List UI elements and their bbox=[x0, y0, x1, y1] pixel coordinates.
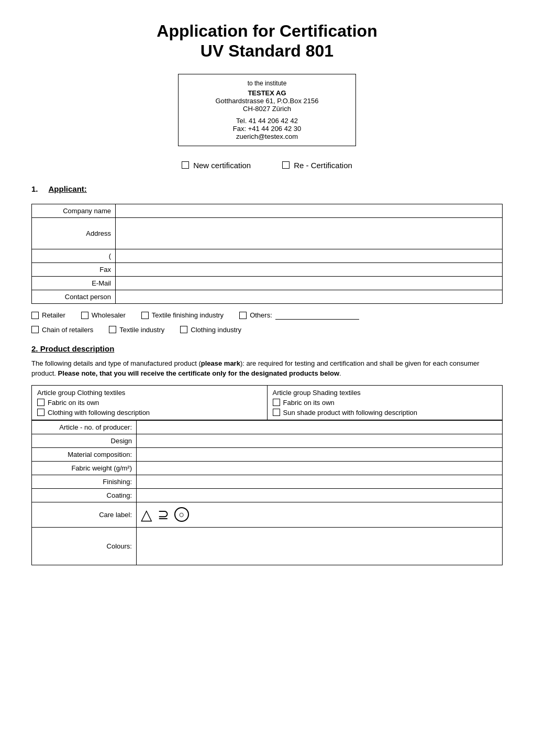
re-certification-label: Re - Certification bbox=[294, 161, 352, 170]
fax-value[interactable] bbox=[116, 262, 503, 276]
address-label: Address bbox=[32, 217, 116, 249]
material-label: Material composition: bbox=[32, 447, 137, 461]
applicant-table: Company name Address ( Fax E-Mail Contac… bbox=[31, 204, 503, 304]
institute-tel: Tel. 41 44 206 42 42 bbox=[189, 117, 345, 125]
colours-value[interactable] bbox=[137, 527, 503, 565]
textile-finishing-option[interactable]: Textile finishing industry bbox=[141, 311, 224, 319]
paren-label: ( bbox=[32, 249, 116, 262]
others-checkbox[interactable] bbox=[239, 312, 247, 319]
section1-title: Applicant: bbox=[49, 184, 87, 193]
textile-industry-option[interactable]: Textile industry bbox=[109, 326, 164, 334]
finishing-label: Finishing: bbox=[32, 475, 137, 488]
contact-person-row: Contact person bbox=[32, 290, 503, 303]
coating-row: Coating: bbox=[32, 488, 503, 502]
paren-value[interactable] bbox=[116, 249, 503, 262]
shading-desc-checkbox[interactable] bbox=[273, 409, 280, 416]
email-row: E-Mail bbox=[32, 276, 503, 290]
shading-fabric-option[interactable]: Fabric on its own bbox=[273, 399, 497, 407]
colours-label: Colours: bbox=[32, 527, 137, 565]
fabric-weight-value[interactable] bbox=[137, 461, 503, 475]
clothing-industry-option[interactable]: Clothing industry bbox=[180, 326, 241, 334]
company-name-label: Company name bbox=[32, 204, 116, 217]
applicant-options: Retailer Wholesaler Textile finishing in… bbox=[31, 311, 503, 334]
clothing-group-header: Article group Clothing textiles bbox=[37, 389, 262, 397]
options-row1: Retailer Wholesaler Textile finishing in… bbox=[31, 311, 503, 320]
material-row: Material composition: bbox=[32, 447, 503, 461]
retailer-checkbox[interactable] bbox=[31, 312, 39, 319]
fabric-weight-label: Fabric weight (g/m²) bbox=[32, 461, 137, 475]
shading-fabric-checkbox[interactable] bbox=[273, 399, 280, 406]
design-row: Design bbox=[32, 434, 503, 447]
textile-finishing-checkbox[interactable] bbox=[141, 312, 149, 319]
fabric-weight-row: Fabric weight (g/m²) bbox=[32, 461, 503, 475]
clothing-desc-checkbox[interactable] bbox=[37, 409, 44, 416]
care-label-label: Care label: bbox=[32, 502, 137, 527]
textile-industry-label: Textile industry bbox=[119, 326, 164, 334]
institute-city: CH-8027 Zürich bbox=[189, 105, 345, 113]
care-symbols: △ ⊇ ○ bbox=[141, 506, 498, 523]
institute-name: TESTEX AG bbox=[189, 89, 345, 97]
product-groups-row: Article group Clothing textiles Fabric o… bbox=[32, 385, 503, 420]
contact-person-label: Contact person bbox=[32, 290, 116, 303]
contact-person-value[interactable] bbox=[116, 290, 503, 303]
wholesaler-checkbox[interactable] bbox=[81, 312, 88, 319]
section1-number: 1. bbox=[31, 184, 38, 193]
new-certification-checkbox[interactable] bbox=[182, 161, 189, 169]
care-symbol-circle: ○ bbox=[174, 507, 189, 522]
clothing-fabric-option[interactable]: Fabric on its own bbox=[37, 399, 262, 407]
others-label: Others: bbox=[250, 311, 272, 319]
material-value[interactable] bbox=[137, 447, 503, 461]
email-label: E-Mail bbox=[32, 276, 116, 290]
care-symbol-iron: ⊇ bbox=[158, 507, 169, 523]
email-value[interactable] bbox=[116, 276, 503, 290]
new-certification-label: New certification bbox=[193, 161, 251, 170]
design-label: Design bbox=[32, 434, 137, 447]
product-groups-table: Article group Clothing textiles Fabric o… bbox=[31, 385, 503, 420]
company-name-value[interactable] bbox=[116, 204, 503, 217]
address-value[interactable] bbox=[116, 217, 503, 249]
shading-desc-label: Sun shade product with following descrip… bbox=[283, 409, 418, 417]
wholesaler-option[interactable]: Wholesaler bbox=[81, 311, 126, 319]
shading-desc-option[interactable]: Sun shade product with following descrip… bbox=[273, 409, 497, 417]
textile-industry-checkbox[interactable] bbox=[109, 326, 116, 333]
care-label-row: Care label: △ ⊇ ○ bbox=[32, 502, 503, 527]
others-field[interactable] bbox=[275, 311, 359, 320]
article-no-label: Article - no. of producer: bbox=[32, 420, 137, 434]
chain-retailers-label: Chain of retailers bbox=[42, 326, 93, 334]
wholesaler-label: Wholesaler bbox=[92, 311, 126, 319]
re-certification-checkbox[interactable] bbox=[282, 161, 290, 169]
colours-row: Colours: bbox=[32, 527, 503, 565]
design-value[interactable] bbox=[137, 434, 503, 447]
clothing-industry-checkbox[interactable] bbox=[180, 326, 187, 333]
clothing-desc-option[interactable]: Clothing with following description bbox=[37, 409, 262, 417]
options-row2: Chain of retailers Textile industry Clot… bbox=[31, 326, 503, 334]
institute-email: zuerich@testex.com bbox=[189, 133, 345, 140]
clothing-fabric-checkbox[interactable] bbox=[37, 399, 44, 406]
product-detail-table: Article - no. of producer: Design Materi… bbox=[31, 420, 503, 565]
shading-group-cell: Article group Shading textiles Fabric on… bbox=[267, 385, 503, 420]
finishing-row: Finishing: bbox=[32, 475, 503, 488]
others-option[interactable]: Others: bbox=[239, 311, 359, 320]
retailer-option[interactable]: Retailer bbox=[31, 311, 65, 319]
re-certification-option[interactable]: Re - Certification bbox=[282, 161, 352, 170]
coating-value[interactable] bbox=[137, 488, 503, 502]
address-row: Address bbox=[32, 217, 503, 249]
institute-address: Gotthardstrasse 61, P.O.Box 2156 bbox=[189, 97, 345, 105]
retailer-label: Retailer bbox=[42, 311, 65, 319]
fax-label: Fax bbox=[32, 262, 116, 276]
chain-retailers-checkbox[interactable] bbox=[31, 326, 39, 333]
certification-options: New certification Re - Certification bbox=[31, 161, 503, 170]
section2-description: The following details and type of manufa… bbox=[31, 358, 503, 379]
clothing-industry-label: Clothing industry bbox=[191, 326, 241, 334]
institute-box: to the institute TESTEX AG Gotthardstras… bbox=[178, 74, 356, 146]
to-institute-label: to the institute bbox=[189, 80, 345, 87]
new-certification-option[interactable]: New certification bbox=[182, 161, 251, 170]
fax-row: Fax bbox=[32, 262, 503, 276]
section1-header: 1. Applicant: bbox=[31, 184, 503, 199]
care-label-value[interactable]: △ ⊇ ○ bbox=[137, 502, 503, 527]
chain-retailers-option[interactable]: Chain of retailers bbox=[31, 326, 93, 334]
finishing-value[interactable] bbox=[137, 475, 503, 488]
article-no-value[interactable] bbox=[137, 420, 503, 434]
paren-row: ( bbox=[32, 249, 503, 262]
clothing-desc-label: Clothing with following description bbox=[48, 409, 150, 417]
